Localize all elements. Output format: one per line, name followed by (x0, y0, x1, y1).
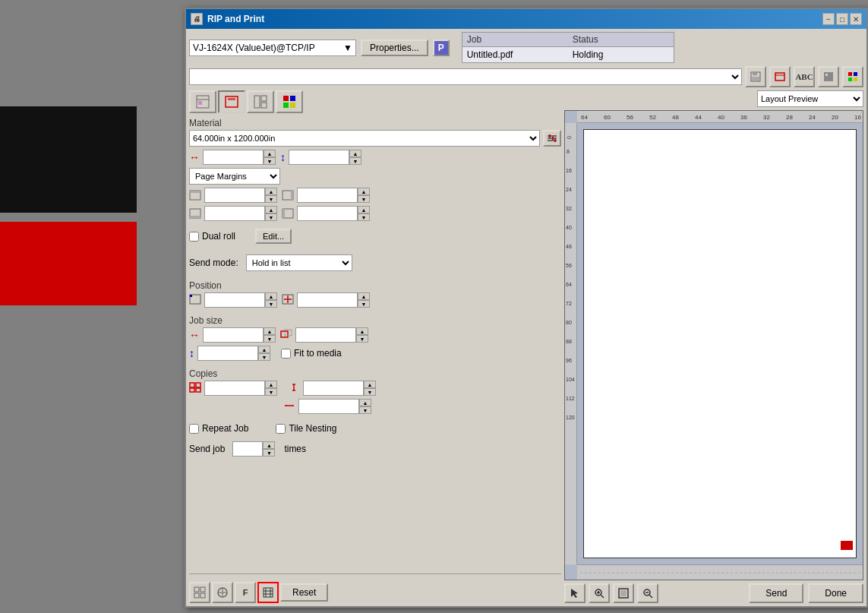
copies-up[interactable]: ▲ (265, 381, 277, 388)
margin-right-up[interactable]: ▲ (358, 188, 370, 195)
send-job-input[interactable]: 1 (232, 441, 263, 457)
margin-bottom-input[interactable]: 0.000in (204, 206, 265, 221)
gap-h-down[interactable]: ▼ (364, 388, 376, 396)
dual-roll-edit-button[interactable]: Edit... (255, 229, 292, 244)
margin-top-input[interactable]: 0.000in (204, 188, 265, 203)
dual-roll-checkbox[interactable] (189, 232, 199, 242)
job-height-down[interactable]: ▼ (258, 353, 270, 361)
gap-h-spinbox[interactable]: 0.100in ▲ ▼ (303, 381, 376, 396)
margin-top-down[interactable]: ▼ (265, 195, 277, 203)
margin-top-spinners[interactable]: ▲ ▼ (265, 188, 277, 203)
gap-v-down[interactable]: ▼ (359, 406, 371, 414)
properties-button[interactable]: Properties... (361, 39, 428, 56)
margin-top-up[interactable]: ▲ (265, 188, 277, 195)
send-job-spinbox[interactable]: 1 ▲ ▼ (232, 441, 275, 457)
position-y-spinners[interactable]: ▲ ▼ (358, 292, 370, 308)
position-x-up[interactable]: ▲ (265, 292, 277, 300)
job-scale-down[interactable]: ▼ (356, 335, 368, 343)
margin-bottom-down[interactable]: ▼ (265, 213, 277, 221)
copies-down[interactable]: ▼ (265, 388, 277, 396)
margin-bottom-up[interactable]: ▲ (265, 206, 277, 213)
material-height-spinbox[interactable]: 1200.000in ▲ ▼ (289, 150, 361, 165)
close-button[interactable]: ✕ (850, 13, 862, 25)
copies-spinners[interactable]: ▲ ▼ (265, 381, 277, 396)
position-x-down[interactable]: ▼ (265, 300, 277, 308)
margin-left-spinbox[interactable]: 0.000in ▲ ▼ (297, 206, 370, 221)
job-width-up[interactable]: ▲ (264, 327, 276, 335)
send-button[interactable]: Send (749, 583, 803, 603)
send-mode-dropdown[interactable]: Hold in list (246, 254, 352, 271)
job-scale-spinbox[interactable]: 100.000% ▲ ▼ (295, 327, 368, 343)
send-job-down[interactable]: ▼ (263, 449, 275, 457)
job-scale-up[interactable]: ▲ (356, 327, 368, 335)
position-y-spinbox[interactable]: 0.000in ▲ ▼ (297, 292, 370, 308)
material-height-down[interactable]: ▼ (349, 157, 361, 165)
margin-bottom-spinbox[interactable]: 0.000in ▲ ▼ (204, 206, 277, 221)
material-width-up[interactable]: ▲ (264, 150, 276, 157)
job-height-spinbox[interactable]: 3.480in ▲ ▼ (197, 346, 270, 361)
job-scale-spinners[interactable]: ▲ ▼ (356, 327, 368, 343)
done-button[interactable]: Done (808, 583, 863, 603)
margin-top-spinbox[interactable]: 0.000in ▲ ▼ (204, 188, 277, 203)
material-width-spinners[interactable]: ▲ ▼ (264, 150, 276, 165)
gap-h-spinners[interactable]: ▲ ▼ (364, 381, 376, 396)
material-width-down[interactable]: ▼ (264, 157, 276, 165)
minimize-button[interactable]: − (822, 13, 835, 25)
fit-to-media-label[interactable]: Fit to media (281, 348, 342, 359)
zoom-out-button[interactable] (637, 583, 658, 603)
margin-left-down[interactable]: ▼ (358, 213, 370, 221)
job-height-spinners[interactable]: ▲ ▼ (258, 346, 270, 361)
tab-color[interactable] (276, 90, 303, 113)
maximize-button[interactable]: □ (836, 13, 848, 25)
margin-left-spinners[interactable]: ▲ ▼ (358, 206, 370, 221)
horizontal-scrollbar[interactable] (577, 564, 863, 580)
gap-v-input[interactable]: 0.100in (298, 399, 359, 414)
position-x-input[interactable]: 0.000in (204, 292, 265, 308)
job-height-input[interactable]: 3.480in (197, 346, 258, 361)
job-width-spinners[interactable]: ▲ ▼ (264, 327, 276, 343)
margin-right-input[interactable]: 0.000in (297, 188, 358, 203)
gap-h-input[interactable]: 0.100in (303, 381, 364, 396)
margin-right-spinners[interactable]: ▲ ▼ (358, 188, 370, 203)
fit-to-media-checkbox[interactable] (281, 349, 291, 359)
cut-tool-button[interactable] (818, 66, 839, 87)
tab-media[interactable] (218, 90, 245, 113)
p-button[interactable]: P (433, 39, 450, 56)
text-tool-button[interactable]: ABC (794, 66, 815, 87)
repeat-job-label[interactable]: Repeat Job (189, 423, 248, 434)
tab-layout[interactable] (247, 90, 274, 113)
job-width-input[interactable]: 5.327in (203, 327, 264, 343)
margin-bottom-spinners[interactable]: ▲ ▼ (265, 206, 277, 221)
copies-spinbox[interactable]: 1 ▲ ▼ (204, 381, 277, 396)
bottom-tool-1[interactable] (189, 582, 210, 603)
tile-nesting-checkbox[interactable] (276, 424, 286, 434)
tile-nesting-label[interactable]: Tile Nesting (276, 423, 336, 434)
margin-right-spinbox[interactable]: 0.000in ▲ ▼ (297, 188, 370, 203)
copies-input[interactable]: 1 (204, 381, 265, 396)
position-x-spinners[interactable]: ▲ ▼ (265, 292, 277, 308)
gap-h-up[interactable]: ▲ (364, 381, 376, 388)
job-scale-input[interactable]: 100.000% (295, 327, 356, 343)
layout-dropdown[interactable]: Layout Preview (757, 90, 863, 107)
material-height-spinners[interactable]: ▲ ▼ (349, 150, 361, 165)
pointer-tool-button[interactable] (564, 583, 586, 603)
profile-dropdown[interactable] (189, 68, 742, 85)
margin-left-input[interactable]: 0.000in (297, 206, 358, 221)
material-width-input[interactable]: 64.000in (203, 150, 264, 165)
material-dropdown[interactable]: 64.000in x 1200.000in (189, 130, 540, 147)
position-y-up[interactable]: ▲ (358, 292, 370, 300)
position-x-spinbox[interactable]: 0.000in ▲ ▼ (204, 292, 277, 308)
send-job-spinners[interactable]: ▲ ▼ (263, 441, 275, 457)
zoom-in-button[interactable] (589, 583, 610, 603)
dual-roll-checkbox-label[interactable]: Dual roll (189, 231, 235, 242)
repeat-job-checkbox[interactable] (189, 424, 199, 434)
bottom-tool-2[interactable] (212, 582, 233, 603)
printer-dropdown[interactable]: VJ-1624X (ValueJet)@TCP/IP ▼ (189, 39, 356, 56)
bottom-tool-f[interactable]: F (235, 582, 256, 603)
gap-v-spinbox[interactable]: 0.100in ▲ ▼ (298, 399, 371, 414)
media-tool-button[interactable] (769, 66, 791, 87)
page-margins-dropdown[interactable]: Page Margins (189, 168, 280, 185)
gap-v-spinners[interactable]: ▲ ▼ (359, 399, 371, 414)
margin-left-up[interactable]: ▲ (358, 206, 370, 213)
tab-general[interactable] (189, 90, 216, 113)
